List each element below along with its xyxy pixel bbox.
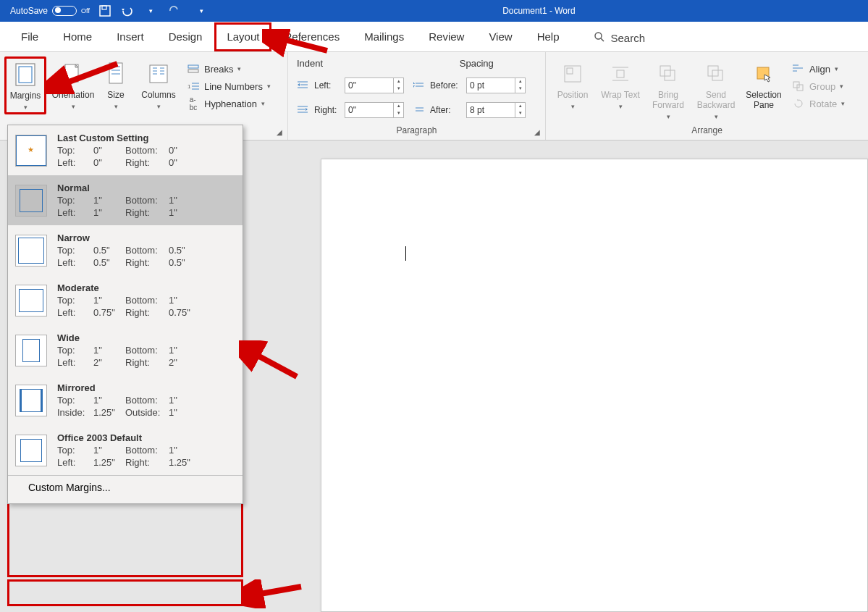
text-cursor bbox=[405, 246, 406, 261]
indent-left-input[interactable]: 0"▴▾ bbox=[345, 77, 404, 93]
size-button[interactable]: Size ▾ bbox=[100, 56, 132, 110]
size-label: Size bbox=[107, 90, 124, 100]
spin-up-icon[interactable]: ▴ bbox=[394, 78, 403, 85]
group-paragraph: Indent Spacing Left: 0"▴▾ Before: 0 pt▴▾… bbox=[288, 52, 546, 140]
breaks-button[interactable]: Breaks ▾ bbox=[185, 61, 272, 77]
spacing-after-icon bbox=[413, 104, 426, 117]
spacing-after-input[interactable]: 8 pt▴▾ bbox=[466, 102, 526, 118]
chevron-down-icon: ▾ bbox=[72, 103, 75, 110]
tab-layout[interactable]: Layout bbox=[214, 22, 271, 51]
margins-option-values: Top:0.5"Bottom:0.5"Left:0.5"Right:0.5" bbox=[57, 245, 235, 268]
group-objects-label: Group bbox=[809, 81, 835, 92]
position-icon bbox=[560, 61, 586, 87]
spin-up-icon[interactable]: ▴ bbox=[394, 103, 403, 110]
undo-icon[interactable] bbox=[120, 3, 136, 19]
spin-down-icon[interactable]: ▾ bbox=[394, 85, 403, 93]
align-button[interactable]: Align ▾ bbox=[791, 61, 846, 77]
custom-margins-item[interactable]: Custom Margins... bbox=[8, 475, 243, 503]
align-icon bbox=[792, 62, 805, 75]
svg-rect-11 bbox=[150, 65, 167, 83]
spacing-before-icon bbox=[413, 79, 426, 92]
indent-heading: Indent bbox=[297, 58, 417, 69]
line-numbers-icon: 1 bbox=[187, 80, 200, 93]
margins-option-narrow[interactable]: NarrowTop:0.5"Bottom:0.5"Left:0.5"Right:… bbox=[8, 225, 243, 275]
group-button: Group ▾ bbox=[791, 78, 846, 94]
undo-dropdown-icon[interactable]: ▾ bbox=[143, 3, 159, 19]
margins-option-body: MirroredTop:1"Bottom:1"Inside:1.25"Outsi… bbox=[57, 382, 235, 418]
chevron-down-icon: ▾ bbox=[267, 83, 271, 90]
chevron-down-icon: ▾ bbox=[571, 103, 575, 110]
qat-customize-icon[interactable]: ▾ bbox=[194, 3, 210, 19]
columns-button[interactable]: Columns ▾ bbox=[138, 56, 180, 110]
tab-help[interactable]: Help bbox=[525, 22, 572, 51]
send-backward-icon bbox=[703, 61, 729, 87]
orientation-button[interactable]: Orientation ▾ bbox=[52, 56, 94, 110]
spacing-before-value: 0 pt bbox=[467, 80, 515, 91]
indent-left-icon bbox=[297, 79, 310, 92]
margins-option-office-2003-default[interactable]: Office 2003 DefaultTop:1"Bottom:1"Left:1… bbox=[8, 425, 243, 475]
spin-down-icon[interactable]: ▾ bbox=[515, 110, 525, 117]
tab-file[interactable]: File bbox=[9, 22, 51, 51]
indent-left-value: 0" bbox=[345, 80, 393, 91]
indent-right-value: 0" bbox=[345, 105, 393, 115]
margins-icon bbox=[12, 62, 38, 88]
tab-mailings[interactable]: Mailings bbox=[352, 22, 416, 51]
autosave-toggle[interactable]: AutoSave Off bbox=[10, 6, 90, 16]
margins-preset-icon bbox=[15, 385, 47, 416]
indent-right-input[interactable]: 0"▴▾ bbox=[345, 102, 404, 118]
annotation-highlight-custom bbox=[7, 579, 243, 606]
redo-icon[interactable] bbox=[167, 3, 182, 19]
tab-references[interactable]: References bbox=[271, 22, 352, 51]
margins-label: Margins bbox=[10, 91, 41, 101]
arrange-stack: Align ▾ Group ▾ Rotate ▾ bbox=[791, 56, 846, 112]
size-icon bbox=[103, 61, 129, 87]
svg-line-52 bbox=[252, 587, 301, 595]
margins-option-last-custom-setting[interactable]: Last Custom SettingTop:0"Bottom:0"Left:0… bbox=[8, 125, 243, 175]
save-icon[interactable] bbox=[97, 3, 113, 19]
svg-rect-40 bbox=[665, 70, 675, 80]
page-setup-stack: Breaks ▾ 1 Line Numbers ▾ a-bc Hyphenati… bbox=[185, 56, 272, 112]
wrap-text-label: Wrap Text bbox=[601, 90, 640, 100]
svg-rect-41 bbox=[712, 70, 722, 80]
margins-dropdown-menu: Last Custom SettingTop:0"Bottom:0"Left:0… bbox=[7, 125, 243, 504]
selection-pane-button[interactable]: Selection Pane bbox=[743, 56, 785, 110]
spacing-after-label: After: bbox=[430, 105, 462, 115]
search-box[interactable]: Search bbox=[572, 31, 654, 51]
tab-review[interactable]: Review bbox=[416, 22, 476, 51]
margins-button[interactable]: Margins ▾ bbox=[4, 56, 46, 114]
spacing-after-value: 8 pt bbox=[467, 105, 515, 115]
hyphenation-button[interactable]: a-bc Hyphenation ▾ bbox=[185, 96, 272, 112]
spin-up-icon[interactable]: ▴ bbox=[515, 103, 525, 110]
tab-view[interactable]: View bbox=[476, 22, 524, 51]
tab-design[interactable]: Design bbox=[156, 22, 215, 51]
spacing-before-input[interactable]: 0 pt▴▾ bbox=[466, 77, 526, 93]
paragraph-dialog-launcher[interactable]: ◢ bbox=[532, 127, 542, 137]
svg-line-3 bbox=[601, 38, 604, 41]
send-backward-button: Send Backward ▾ bbox=[695, 56, 737, 120]
line-numbers-button[interactable]: 1 Line Numbers ▾ bbox=[185, 78, 272, 94]
margins-option-title: Last Custom Setting bbox=[57, 133, 235, 143]
spin-down-icon[interactable]: ▾ bbox=[515, 85, 525, 93]
margins-option-title: Mirrored bbox=[57, 382, 235, 393]
margins-preset-icon bbox=[15, 285, 47, 317]
margins-option-body: WideTop:1"Bottom:1"Left:2"Right:2" bbox=[57, 332, 235, 368]
document-page[interactable] bbox=[321, 159, 868, 612]
rotate-label: Rotate bbox=[809, 98, 837, 109]
align-label: Align bbox=[809, 64, 830, 75]
annotation-arrow-to-custom bbox=[243, 579, 308, 608]
margins-option-moderate[interactable]: ModerateTop:1"Bottom:1"Left:0.75"Right:0… bbox=[8, 275, 243, 325]
svg-rect-18 bbox=[188, 65, 198, 68]
spin-down-icon[interactable]: ▾ bbox=[394, 110, 403, 117]
margins-option-mirrored[interactable]: MirroredTop:1"Bottom:1"Inside:1.25"Outsi… bbox=[8, 375, 243, 425]
tab-home[interactable]: Home bbox=[51, 22, 104, 51]
margins-option-normal[interactable]: NormalTop:1"Bottom:1"Left:1"Right:1" bbox=[8, 175, 243, 225]
title-bar: AutoSave Off ▾ ▾ Document1 - Word bbox=[0, 0, 868, 22]
page-setup-dialog-launcher[interactable]: ◢ bbox=[274, 127, 285, 137]
spin-up-icon[interactable]: ▴ bbox=[515, 78, 525, 85]
tab-insert[interactable]: Insert bbox=[104, 22, 156, 51]
margins-option-wide[interactable]: WideTop:1"Bottom:1"Left:2"Right:2" bbox=[8, 325, 243, 375]
hyphenation-icon: a-bc bbox=[187, 97, 200, 110]
selection-pane-label: Selection Pane bbox=[743, 90, 785, 110]
bring-forward-button: Bring Forward ▾ bbox=[647, 56, 689, 120]
chevron-down-icon: ▾ bbox=[667, 113, 670, 120]
